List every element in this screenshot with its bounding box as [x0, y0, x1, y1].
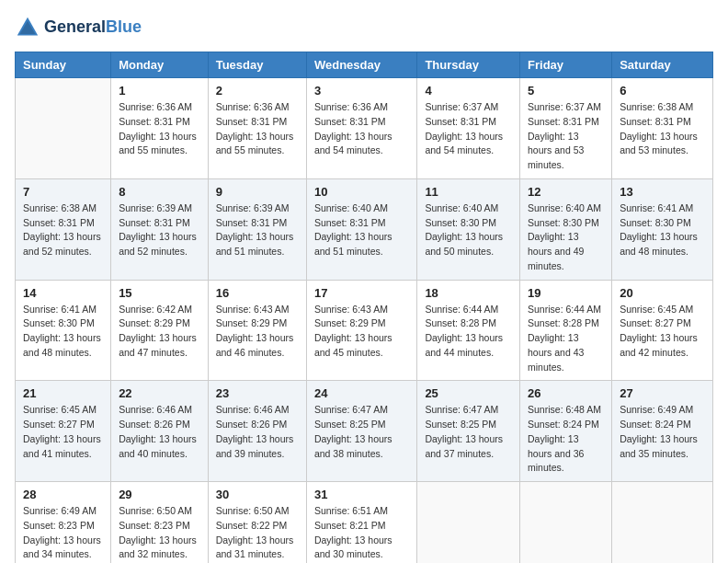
- day-info: Sunrise: 6:38 AMSunset: 8:31 PMDaylight:…: [23, 201, 103, 259]
- day-info: Sunrise: 6:37 AMSunset: 8:31 PMDaylight:…: [528, 100, 604, 173]
- day-info: Sunrise: 6:40 AMSunset: 8:30 PMDaylight:…: [528, 201, 604, 274]
- calendar-week-row: 28Sunrise: 6:49 AMSunset: 8:23 PMDayligh…: [16, 482, 713, 564]
- day-number: 23: [216, 386, 299, 400]
- calendar-cell: 17Sunrise: 6:43 AMSunset: 8:29 PMDayligh…: [306, 280, 416, 381]
- day-number: 16: [216, 286, 299, 300]
- day-info: Sunrise: 6:49 AMSunset: 8:23 PMDaylight:…: [23, 504, 103, 562]
- day-number: 1: [119, 84, 200, 98]
- calendar-cell: 8Sunrise: 6:39 AMSunset: 8:31 PMDaylight…: [111, 178, 209, 280]
- calendar-cell: 19Sunrise: 6:44 AMSunset: 8:28 PMDayligh…: [520, 280, 612, 381]
- calendar-cell: 3Sunrise: 6:36 AMSunset: 8:31 PMDaylight…: [306, 78, 416, 179]
- calendar-week-row: 7Sunrise: 6:38 AMSunset: 8:31 PMDaylight…: [16, 178, 713, 280]
- day-number: 31: [314, 488, 409, 501]
- calendar-cell: 26Sunrise: 6:48 AMSunset: 8:24 PMDayligh…: [520, 381, 612, 482]
- weekday-header-row: SundayMondayTuesdayWednesdayThursdayFrid…: [16, 52, 713, 78]
- calendar-cell: 21Sunrise: 6:45 AMSunset: 8:27 PMDayligh…: [16, 381, 111, 482]
- day-info: Sunrise: 6:47 AMSunset: 8:25 PMDaylight:…: [314, 403, 409, 461]
- calendar-cell: 15Sunrise: 6:42 AMSunset: 8:29 PMDayligh…: [111, 280, 209, 381]
- calendar-cell: [417, 482, 520, 564]
- header: GeneralBlue: [15, 15, 713, 40]
- calendar-cell: 9Sunrise: 6:39 AMSunset: 8:31 PMDaylight…: [208, 178, 306, 280]
- weekday-header: Saturday: [612, 52, 713, 78]
- logo: GeneralBlue: [15, 15, 142, 40]
- day-info: Sunrise: 6:36 AMSunset: 8:31 PMDaylight:…: [314, 100, 409, 158]
- day-info: Sunrise: 6:42 AMSunset: 8:29 PMDaylight:…: [119, 303, 200, 361]
- calendar-cell: 18Sunrise: 6:44 AMSunset: 8:28 PMDayligh…: [417, 280, 520, 381]
- calendar-week-row: 14Sunrise: 6:41 AMSunset: 8:30 PMDayligh…: [16, 280, 713, 381]
- day-info: Sunrise: 6:50 AMSunset: 8:23 PMDaylight:…: [119, 504, 200, 562]
- calendar-cell: 5Sunrise: 6:37 AMSunset: 8:31 PMDaylight…: [520, 78, 612, 179]
- day-number: 8: [119, 185, 200, 199]
- day-number: 13: [620, 185, 705, 199]
- day-number: 19: [528, 286, 604, 300]
- calendar-cell: 28Sunrise: 6:49 AMSunset: 8:23 PMDayligh…: [16, 482, 111, 564]
- day-info: Sunrise: 6:43 AMSunset: 8:29 PMDaylight:…: [216, 303, 299, 361]
- day-info: Sunrise: 6:40 AMSunset: 8:30 PMDaylight:…: [425, 201, 512, 259]
- weekday-header: Tuesday: [208, 52, 306, 78]
- day-number: 5: [528, 84, 604, 98]
- day-info: Sunrise: 6:50 AMSunset: 8:22 PMDaylight:…: [216, 504, 299, 562]
- calendar-table: SundayMondayTuesdayWednesdayThursdayFrid…: [15, 52, 713, 563]
- day-info: Sunrise: 6:37 AMSunset: 8:31 PMDaylight:…: [425, 100, 512, 158]
- day-info: Sunrise: 6:44 AMSunset: 8:28 PMDaylight:…: [528, 303, 604, 375]
- calendar-cell: 30Sunrise: 6:50 AMSunset: 8:22 PMDayligh…: [208, 482, 306, 564]
- day-number: 27: [620, 386, 705, 400]
- logo-icon: [15, 15, 40, 40]
- day-number: 11: [425, 185, 512, 199]
- day-number: 3: [314, 84, 409, 98]
- logo-text: GeneralBlue: [44, 18, 142, 37]
- day-info: Sunrise: 6:36 AMSunset: 8:31 PMDaylight:…: [216, 100, 299, 158]
- day-number: 12: [528, 185, 604, 199]
- day-number: 22: [119, 386, 200, 400]
- calendar-cell: 23Sunrise: 6:46 AMSunset: 8:26 PMDayligh…: [208, 381, 306, 482]
- day-number: 24: [314, 386, 409, 400]
- calendar-cell: 10Sunrise: 6:40 AMSunset: 8:31 PMDayligh…: [306, 178, 416, 280]
- calendar-cell: 6Sunrise: 6:38 AMSunset: 8:31 PMDaylight…: [612, 78, 713, 179]
- calendar-cell: 13Sunrise: 6:41 AMSunset: 8:30 PMDayligh…: [612, 178, 713, 280]
- day-number: 25: [425, 386, 512, 400]
- day-info: Sunrise: 6:46 AMSunset: 8:26 PMDaylight:…: [216, 403, 299, 461]
- weekday-header: Thursday: [417, 52, 520, 78]
- calendar-cell: [520, 482, 612, 564]
- day-info: Sunrise: 6:40 AMSunset: 8:31 PMDaylight:…: [314, 201, 409, 259]
- weekday-header: Monday: [111, 52, 209, 78]
- calendar-cell: [16, 78, 111, 179]
- day-number: 17: [314, 286, 409, 300]
- day-number: 7: [23, 185, 103, 199]
- calendar-week-row: 21Sunrise: 6:45 AMSunset: 8:27 PMDayligh…: [16, 381, 713, 482]
- day-info: Sunrise: 6:39 AMSunset: 8:31 PMDaylight:…: [216, 201, 299, 259]
- calendar-cell: 29Sunrise: 6:50 AMSunset: 8:23 PMDayligh…: [111, 482, 209, 564]
- day-info: Sunrise: 6:39 AMSunset: 8:31 PMDaylight:…: [119, 201, 200, 259]
- calendar-cell: 16Sunrise: 6:43 AMSunset: 8:29 PMDayligh…: [208, 280, 306, 381]
- day-info: Sunrise: 6:41 AMSunset: 8:30 PMDaylight:…: [23, 303, 103, 361]
- day-info: Sunrise: 6:51 AMSunset: 8:21 PMDaylight:…: [314, 504, 409, 562]
- calendar-cell: 1Sunrise: 6:36 AMSunset: 8:31 PMDaylight…: [111, 78, 209, 179]
- calendar-cell: 2Sunrise: 6:36 AMSunset: 8:31 PMDaylight…: [208, 78, 306, 179]
- day-number: 18: [425, 286, 512, 300]
- day-number: 10: [314, 185, 409, 199]
- day-number: 2: [216, 84, 299, 98]
- calendar-week-row: 1Sunrise: 6:36 AMSunset: 8:31 PMDaylight…: [16, 78, 713, 179]
- day-info: Sunrise: 6:45 AMSunset: 8:27 PMDaylight:…: [23, 403, 103, 461]
- weekday-header: Friday: [520, 52, 612, 78]
- calendar-cell: 22Sunrise: 6:46 AMSunset: 8:26 PMDayligh…: [111, 381, 209, 482]
- calendar-cell: [612, 482, 713, 564]
- day-info: Sunrise: 6:48 AMSunset: 8:24 PMDaylight:…: [528, 403, 604, 476]
- day-info: Sunrise: 6:43 AMSunset: 8:29 PMDaylight:…: [314, 303, 409, 361]
- calendar-cell: 4Sunrise: 6:37 AMSunset: 8:31 PMDaylight…: [417, 78, 520, 179]
- weekday-header: Wednesday: [306, 52, 416, 78]
- day-info: Sunrise: 6:45 AMSunset: 8:27 PMDaylight:…: [620, 303, 705, 361]
- day-info: Sunrise: 6:41 AMSunset: 8:30 PMDaylight:…: [620, 201, 705, 259]
- calendar-cell: 20Sunrise: 6:45 AMSunset: 8:27 PMDayligh…: [612, 280, 713, 381]
- day-info: Sunrise: 6:38 AMSunset: 8:31 PMDaylight:…: [620, 100, 705, 158]
- day-number: 20: [620, 286, 705, 300]
- day-info: Sunrise: 6:46 AMSunset: 8:26 PMDaylight:…: [119, 403, 200, 461]
- day-number: 28: [23, 488, 103, 501]
- calendar-cell: 14Sunrise: 6:41 AMSunset: 8:30 PMDayligh…: [16, 280, 111, 381]
- weekday-header: Sunday: [16, 52, 111, 78]
- calendar-cell: 24Sunrise: 6:47 AMSunset: 8:25 PMDayligh…: [306, 381, 416, 482]
- calendar-cell: 27Sunrise: 6:49 AMSunset: 8:24 PMDayligh…: [612, 381, 713, 482]
- calendar-cell: 11Sunrise: 6:40 AMSunset: 8:30 PMDayligh…: [417, 178, 520, 280]
- day-number: 6: [620, 84, 705, 98]
- day-number: 14: [23, 286, 103, 300]
